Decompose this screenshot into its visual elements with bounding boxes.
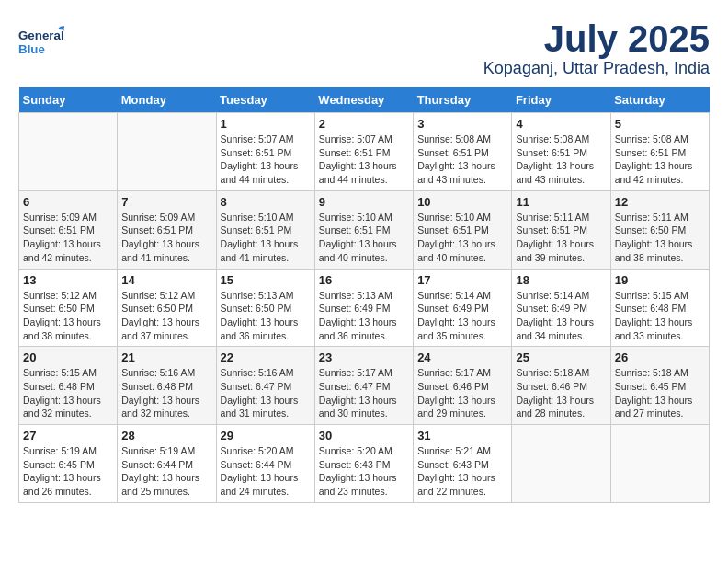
day-info: Sunrise: 5:07 AM Sunset: 6:51 PM Dayligh… <box>319 132 409 187</box>
calendar-cell: 3Sunrise: 5:08 AM Sunset: 6:51 PM Daylig… <box>414 113 512 191</box>
day-number: 7 <box>121 195 211 209</box>
calendar-cell <box>118 113 216 191</box>
svg-text:General: General <box>18 29 64 42</box>
day-info: Sunrise: 5:19 AM Sunset: 6:44 PM Dayligh… <box>121 444 211 499</box>
svg-text:Blue: Blue <box>18 42 45 56</box>
weekday-header-row: SundayMondayTuesdayWednesdayThursdayFrid… <box>19 87 710 113</box>
calendar-cell: 25Sunrise: 5:18 AM Sunset: 6:46 PM Dayli… <box>512 347 610 425</box>
weekday-header: Friday <box>512 87 610 113</box>
day-number: 11 <box>516 195 606 209</box>
day-number: 31 <box>417 429 507 442</box>
day-info: Sunrise: 5:09 AM Sunset: 6:51 PM Dayligh… <box>23 211 113 265</box>
calendar-cell: 30Sunrise: 5:20 AM Sunset: 6:43 PM Dayli… <box>314 425 413 503</box>
day-info: Sunrise: 5:10 AM Sunset: 6:51 PM Dayligh… <box>319 211 409 265</box>
day-number: 29 <box>221 429 311 442</box>
day-info: Sunrise: 5:20 AM Sunset: 6:43 PM Dayligh… <box>319 444 409 499</box>
day-info: Sunrise: 5:09 AM Sunset: 6:51 PM Dayligh… <box>121 211 211 265</box>
day-info: Sunrise: 5:10 AM Sunset: 6:51 PM Dayligh… <box>417 211 507 265</box>
day-number: 3 <box>417 117 507 131</box>
day-info: Sunrise: 5:16 AM Sunset: 6:48 PM Dayligh… <box>121 366 211 420</box>
day-number: 1 <box>221 117 311 131</box>
calendar-week-row: 13Sunrise: 5:12 AM Sunset: 6:50 PM Dayli… <box>19 269 710 347</box>
weekday-header: Sunday <box>19 87 118 113</box>
day-number: 19 <box>615 273 705 287</box>
day-number: 14 <box>121 273 211 287</box>
day-info: Sunrise: 5:20 AM Sunset: 6:44 PM Dayligh… <box>221 444 311 499</box>
day-info: Sunrise: 5:14 AM Sunset: 6:49 PM Dayligh… <box>516 289 606 343</box>
day-number: 17 <box>417 273 507 287</box>
calendar-cell <box>610 425 709 503</box>
calendar-cell: 23Sunrise: 5:17 AM Sunset: 6:47 PM Dayli… <box>314 347 413 425</box>
day-number: 21 <box>121 350 211 364</box>
day-number: 22 <box>221 350 311 364</box>
calendar-cell: 31Sunrise: 5:21 AM Sunset: 6:43 PM Dayli… <box>414 425 512 503</box>
day-number: 12 <box>615 195 705 209</box>
calendar-cell: 8Sunrise: 5:10 AM Sunset: 6:51 PM Daylig… <box>216 190 314 269</box>
day-info: Sunrise: 5:07 AM Sunset: 6:51 PM Dayligh… <box>221 132 311 187</box>
calendar-cell: 12Sunrise: 5:11 AM Sunset: 6:50 PM Dayli… <box>610 190 709 269</box>
calendar-cell: 26Sunrise: 5:18 AM Sunset: 6:45 PM Dayli… <box>610 347 709 425</box>
day-info: Sunrise: 5:08 AM Sunset: 6:51 PM Dayligh… <box>417 132 507 187</box>
day-info: Sunrise: 5:21 AM Sunset: 6:43 PM Dayligh… <box>417 444 507 499</box>
day-number: 24 <box>417 350 507 364</box>
day-number: 26 <box>615 350 705 364</box>
calendar-week-row: 20Sunrise: 5:15 AM Sunset: 6:48 PM Dayli… <box>19 347 710 425</box>
calendar-cell: 16Sunrise: 5:13 AM Sunset: 6:49 PM Dayli… <box>314 269 413 347</box>
calendar-cell: 14Sunrise: 5:12 AM Sunset: 6:50 PM Dayli… <box>118 269 216 347</box>
calendar-cell: 21Sunrise: 5:16 AM Sunset: 6:48 PM Dayli… <box>118 347 216 425</box>
day-info: Sunrise: 5:17 AM Sunset: 6:46 PM Dayligh… <box>417 366 507 420</box>
day-info: Sunrise: 5:13 AM Sunset: 6:49 PM Dayligh… <box>319 289 409 343</box>
day-info: Sunrise: 5:18 AM Sunset: 6:46 PM Dayligh… <box>516 366 606 420</box>
month-title: July 2025 <box>483 18 710 59</box>
title-block: July 2025 Kopaganj, Uttar Pradesh, India <box>483 18 710 78</box>
calendar-week-row: 27Sunrise: 5:19 AM Sunset: 6:45 PM Dayli… <box>19 425 710 503</box>
calendar-cell: 28Sunrise: 5:19 AM Sunset: 6:44 PM Dayli… <box>118 425 216 503</box>
day-number: 30 <box>319 429 409 442</box>
day-number: 23 <box>319 350 409 364</box>
day-number: 18 <box>516 273 606 287</box>
calendar-cell: 13Sunrise: 5:12 AM Sunset: 6:50 PM Dayli… <box>19 269 118 347</box>
logo: General Blue <box>18 18 64 64</box>
calendar-cell: 6Sunrise: 5:09 AM Sunset: 6:51 PM Daylig… <box>19 190 118 269</box>
page-header: General Blue July 2025 Kopaganj, Uttar P… <box>18 18 710 78</box>
day-number: 4 <box>516 117 606 131</box>
weekday-header: Saturday <box>610 87 709 113</box>
calendar-cell: 18Sunrise: 5:14 AM Sunset: 6:49 PM Dayli… <box>512 269 610 347</box>
day-info: Sunrise: 5:08 AM Sunset: 6:51 PM Dayligh… <box>615 132 705 187</box>
calendar-cell: 29Sunrise: 5:20 AM Sunset: 6:44 PM Dayli… <box>216 425 314 503</box>
day-info: Sunrise: 5:18 AM Sunset: 6:45 PM Dayligh… <box>615 366 705 420</box>
calendar-cell: 15Sunrise: 5:13 AM Sunset: 6:50 PM Dayli… <box>216 269 314 347</box>
calendar-cell: 24Sunrise: 5:17 AM Sunset: 6:46 PM Dayli… <box>414 347 512 425</box>
calendar-cell: 22Sunrise: 5:16 AM Sunset: 6:47 PM Dayli… <box>216 347 314 425</box>
day-info: Sunrise: 5:08 AM Sunset: 6:51 PM Dayligh… <box>516 132 606 187</box>
calendar-cell: 20Sunrise: 5:15 AM Sunset: 6:48 PM Dayli… <box>19 347 118 425</box>
day-number: 16 <box>319 273 409 287</box>
logo-svg: General Blue <box>18 18 64 64</box>
calendar-table: SundayMondayTuesdayWednesdayThursdayFrid… <box>18 87 710 503</box>
calendar-cell: 11Sunrise: 5:11 AM Sunset: 6:51 PM Dayli… <box>512 190 610 269</box>
calendar-week-row: 6Sunrise: 5:09 AM Sunset: 6:51 PM Daylig… <box>19 190 710 269</box>
calendar-cell: 10Sunrise: 5:10 AM Sunset: 6:51 PM Dayli… <box>414 190 512 269</box>
calendar-cell: 17Sunrise: 5:14 AM Sunset: 6:49 PM Dayli… <box>414 269 512 347</box>
day-info: Sunrise: 5:15 AM Sunset: 6:48 PM Dayligh… <box>615 289 705 343</box>
day-info: Sunrise: 5:15 AM Sunset: 6:48 PM Dayligh… <box>23 366 113 420</box>
calendar-cell: 19Sunrise: 5:15 AM Sunset: 6:48 PM Dayli… <box>610 269 709 347</box>
day-info: Sunrise: 5:12 AM Sunset: 6:50 PM Dayligh… <box>121 289 211 343</box>
day-info: Sunrise: 5:12 AM Sunset: 6:50 PM Dayligh… <box>23 289 113 343</box>
day-number: 8 <box>221 195 311 209</box>
day-number: 10 <box>417 195 507 209</box>
day-info: Sunrise: 5:19 AM Sunset: 6:45 PM Dayligh… <box>23 444 113 499</box>
location-title: Kopaganj, Uttar Pradesh, India <box>483 59 710 78</box>
calendar-week-row: 1Sunrise: 5:07 AM Sunset: 6:51 PM Daylig… <box>19 113 710 191</box>
calendar-cell: 5Sunrise: 5:08 AM Sunset: 6:51 PM Daylig… <box>610 113 709 191</box>
calendar-cell: 1Sunrise: 5:07 AM Sunset: 6:51 PM Daylig… <box>216 113 314 191</box>
calendar-cell: 4Sunrise: 5:08 AM Sunset: 6:51 PM Daylig… <box>512 113 610 191</box>
weekday-header: Tuesday <box>216 87 314 113</box>
day-number: 2 <box>319 117 409 131</box>
day-info: Sunrise: 5:10 AM Sunset: 6:51 PM Dayligh… <box>221 211 311 265</box>
day-number: 5 <box>615 117 705 131</box>
day-number: 25 <box>516 350 606 364</box>
day-info: Sunrise: 5:17 AM Sunset: 6:47 PM Dayligh… <box>319 366 409 420</box>
weekday-header: Monday <box>118 87 216 113</box>
day-info: Sunrise: 5:16 AM Sunset: 6:47 PM Dayligh… <box>221 366 311 420</box>
